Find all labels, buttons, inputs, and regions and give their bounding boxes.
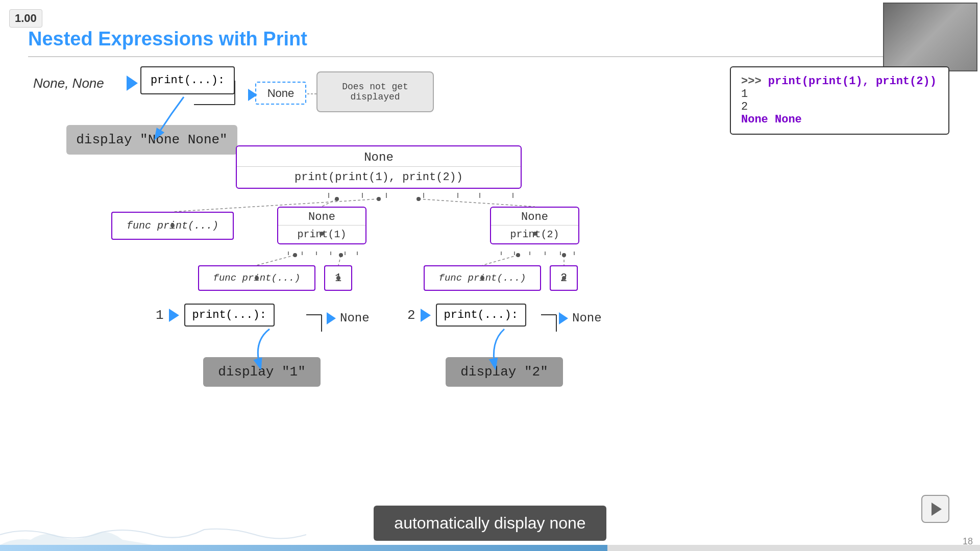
- val2-box: 2: [550, 265, 578, 291]
- tree-top-value: None: [237, 146, 521, 167]
- print1-expr: print(1): [278, 226, 365, 243]
- svg-point-34: [562, 253, 566, 257]
- print1-value: None: [278, 208, 365, 226]
- call2-label: 2: [407, 308, 415, 323]
- none-result-left: None: [327, 311, 370, 325]
- webcam: [883, 3, 977, 71]
- print2-value: None: [491, 208, 578, 226]
- webcam-video: [884, 4, 976, 70]
- display1-box: display "1": [203, 357, 321, 387]
- func-print-right2: func print(...): [424, 265, 541, 291]
- play-button[interactable]: [921, 495, 949, 523]
- print2-node: None print(2): [490, 207, 579, 244]
- none-result-left-text: None: [340, 311, 370, 325]
- none-result-right-arrow: [559, 312, 568, 324]
- call1-label: 1: [156, 308, 164, 323]
- play-arrow-top-icon: [127, 76, 138, 91]
- caption-text: automatically display none: [374, 506, 606, 541]
- svg-line-30: [482, 255, 518, 265]
- title-divider: [28, 56, 952, 57]
- terminal-box: >>> print(print(1), print(2)) 1 2 None N…: [730, 66, 949, 135]
- call1-play-icon: [169, 309, 179, 322]
- speed-badge: 1.00: [9, 9, 42, 28]
- display-none-none-box: display "None None": [66, 125, 237, 155]
- func-print-left2: func print(...): [198, 265, 315, 291]
- svg-line-24: [257, 255, 295, 265]
- terminal-output-none: None None: [741, 113, 938, 126]
- progress-bar-container[interactable]: [0, 545, 980, 551]
- call2-play-icon: [421, 309, 431, 322]
- svg-point-7: [335, 197, 339, 201]
- terminal-prompt-symbol: >>>: [741, 75, 762, 88]
- slide-title: Nested Expressions with Print: [28, 28, 307, 50]
- play-icon: [932, 503, 942, 516]
- tree-top-expr: print(print(1), print(2)): [237, 167, 521, 188]
- terminal-output-1: 1: [741, 88, 938, 101]
- none-result-left-arrow: [327, 312, 336, 324]
- svg-point-4: [377, 197, 381, 201]
- print-box-top: print(...):: [140, 66, 235, 94]
- none-dashed-box: None: [255, 82, 306, 105]
- does-not-display-box: Does not getdisplayed: [316, 71, 434, 112]
- svg-point-10: [416, 197, 421, 201]
- print1-call: 1 print(...):: [156, 304, 275, 327]
- svg-line-9: [419, 199, 535, 207]
- svg-point-28: [339, 253, 343, 257]
- svg-point-31: [516, 253, 520, 257]
- svg-point-25: [293, 253, 297, 257]
- terminal-prompt-line: >>> print(print(1), print(2)): [741, 75, 938, 88]
- tree-top-node: None print(print(1), print(2)): [236, 145, 522, 189]
- print1-node: None print(1): [277, 207, 366, 244]
- call2-box: print(...):: [436, 304, 526, 327]
- terminal-output-2: 2: [741, 101, 938, 113]
- display2-box: display "2": [446, 357, 563, 387]
- none-result-right-text: None: [572, 311, 602, 325]
- none-result-right: None: [559, 311, 602, 325]
- svg-line-6: [322, 199, 337, 207]
- terminal-command: print(print(1), print(2)): [762, 75, 937, 88]
- svg-line-27: [338, 255, 341, 265]
- print2-call: 2 print(...):: [407, 304, 526, 327]
- print2-expr: print(2): [491, 226, 578, 243]
- audio-waveform: [0, 524, 306, 545]
- func-print-left: func print(...): [111, 212, 234, 240]
- does-not-display-text: Does not getdisplayed: [342, 82, 408, 102]
- none-none-label: None, None: [33, 76, 104, 91]
- call1-box: print(...):: [184, 304, 275, 327]
- val1-box: 1: [324, 265, 352, 291]
- progress-bar-fill: [0, 545, 607, 551]
